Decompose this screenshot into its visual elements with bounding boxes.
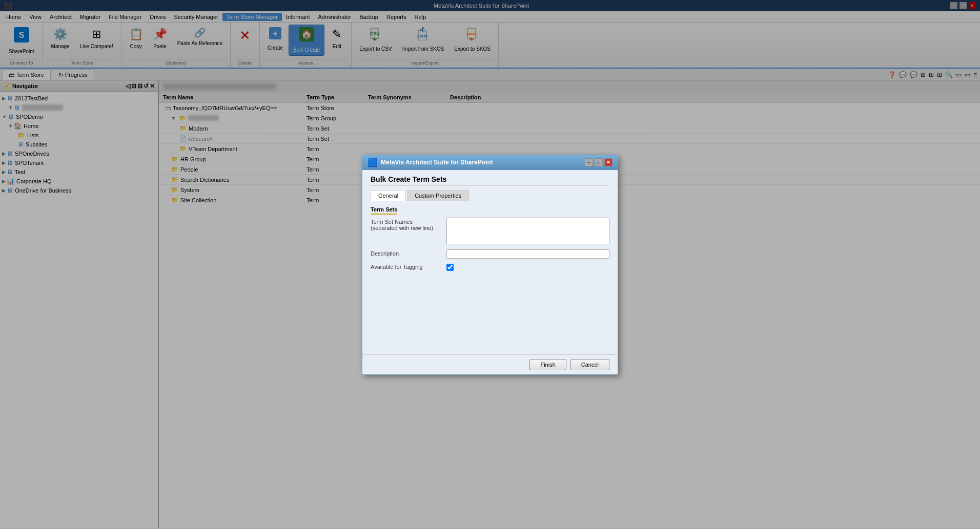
- cancel-button[interactable]: Cancel: [570, 359, 609, 370]
- term-set-names-row: Term Set Names(separated with new line): [371, 218, 609, 245]
- modal-form: Term Sets Term Set Names(separated with …: [371, 206, 609, 275]
- general-tab-label: General: [378, 193, 398, 199]
- modal-titlebar: 🟦 MetaVis Architect Suite for SharePoint…: [362, 155, 618, 170]
- modal-minimize-button[interactable]: ─: [585, 158, 593, 166]
- modal-footer: Finish Cancel: [362, 354, 618, 374]
- description-input[interactable]: [446, 249, 609, 259]
- available-tagging-label: Available for Tagging: [371, 263, 442, 270]
- modal-restore-button[interactable]: □: [595, 158, 603, 166]
- modal-window-controls: ─ □ ✕: [585, 158, 612, 166]
- term-set-names-label: Term Set Names(separated with new line): [371, 218, 442, 231]
- label-text: Term Set Names(separated with new line): [371, 219, 433, 231]
- modal-body: Bulk Create Term Sets General Custom Pro…: [362, 170, 618, 354]
- term-set-names-input[interactable]: [446, 218, 609, 244]
- finish-button[interactable]: Finish: [529, 359, 566, 370]
- available-tagging-row: Available for Tagging: [371, 263, 609, 271]
- modal-tab-general[interactable]: General: [371, 190, 406, 201]
- bulk-create-modal: 🟦 MetaVis Architect Suite for SharePoint…: [362, 155, 618, 375]
- modal-tabs: General Custom Properties: [371, 190, 609, 201]
- modal-tab-custom-properties[interactable]: Custom Properties: [407, 190, 469, 201]
- description-row: Description: [371, 249, 609, 259]
- modal-overlay: 🟦 MetaVis Architect Suite for SharePoint…: [0, 0, 980, 528]
- custom-properties-tab-label: Custom Properties: [415, 193, 461, 199]
- term-sets-section-label: Term Sets: [371, 206, 397, 215]
- term-set-names-wrapper: [446, 218, 609, 245]
- available-tagging-checkbox[interactable]: [446, 264, 454, 271]
- modal-app-icon: 🟦: [368, 158, 378, 167]
- modal-heading: Bulk Create Term Sets: [371, 175, 609, 186]
- modal-title-text: MetaVis Architect Suite for SharePoint: [381, 159, 493, 166]
- modal-close-button[interactable]: ✕: [604, 158, 612, 166]
- description-label: Description: [371, 249, 442, 257]
